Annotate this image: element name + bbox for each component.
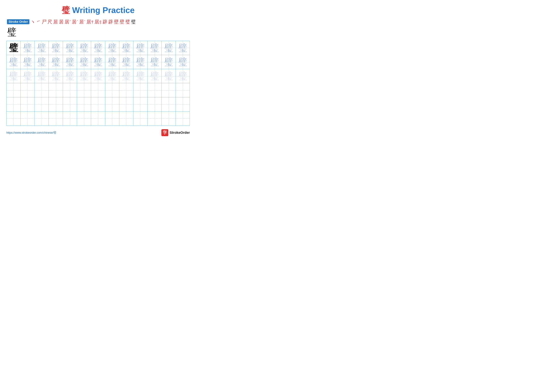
grid-cell-r2-c3: 璧: [35, 55, 49, 69]
grid-row-4: [7, 83, 190, 97]
grid-cell-r6-c8[interactable]: [105, 112, 119, 126]
grid-cell-r4-c2[interactable]: [21, 83, 35, 97]
char-r1-c4: 璧: [51, 43, 60, 52]
title-chinese-char: 璧: [62, 6, 70, 15]
grid-cell-r4-c8[interactable]: [105, 83, 119, 97]
grid-cell-r1-c10: 璧: [133, 41, 147, 55]
char-r3-c1: 璧: [9, 71, 18, 81]
grid-cell-r4-c11[interactable]: [148, 83, 162, 97]
grid-cell-r5-c2[interactable]: [21, 97, 35, 112]
grid-cell-r4-c3[interactable]: [35, 83, 49, 97]
footer-url[interactable]: https://www.strokeorder.com/chinese/璧: [6, 131, 56, 135]
grid-cell-r6-c3[interactable]: [35, 112, 49, 126]
grid-cell-r2-c1: 璧: [7, 55, 21, 69]
grid-cell-r1-c7: 璧: [91, 41, 105, 55]
grid-cell-r5-c3[interactable]: [35, 97, 49, 112]
char-r1-c3: 璧: [37, 43, 46, 52]
grid-cell-r6-c13[interactable]: [176, 112, 190, 126]
grid-cell-r3-c2: 璧: [21, 69, 35, 83]
grid-cell-r3-c13: 璧: [176, 69, 190, 83]
footer-brand-name: StrokeOrder: [170, 131, 190, 135]
grid-cell-r6-c4[interactable]: [49, 112, 63, 126]
grid-cell-r1-c2: 璧: [21, 41, 35, 55]
grid-row-1: 璧 璧 璧 璧 璧 璧 璧 璧 璧 璧 璧 璧: [7, 41, 190, 55]
grid-cell-r4-c12[interactable]: [162, 83, 176, 97]
footer-brand: 字 StrokeOrder: [161, 129, 190, 136]
char-r3-c2: 璧: [23, 71, 32, 81]
grid-cell-r5-c9[interactable]: [119, 97, 133, 112]
grid-cell-r3-c7: 璧: [91, 69, 105, 83]
grid-cell-r6-c2[interactable]: [21, 112, 35, 126]
stroke-15: 壁: [120, 20, 124, 24]
grid-cell-r2-c4: 璧: [49, 55, 63, 69]
grid-cell-r6-c5[interactable]: [63, 112, 77, 126]
char-r1-c5: 璧: [65, 43, 74, 52]
grid-cell-r4-c5[interactable]: [63, 83, 77, 97]
grid-cell-r4-c1[interactable]: [7, 83, 21, 97]
char-r3-c10: 璧: [136, 71, 145, 81]
grid-cell-r4-c10[interactable]: [133, 83, 147, 97]
char-r2-c12: 璧: [164, 57, 173, 67]
grid-cell-r1-c11: 璧: [148, 41, 162, 55]
grid-cell-r5-c4[interactable]: [49, 97, 63, 112]
grid-cell-r6-c7[interactable]: [91, 112, 105, 126]
footer-logo: 字: [161, 129, 168, 136]
grid-cell-r1-c13: 璧: [176, 41, 190, 55]
grid-cell-r6-c9[interactable]: [119, 112, 133, 126]
stroke-7: 居`: [65, 20, 71, 24]
grid-cell-r6-c10[interactable]: [133, 112, 147, 126]
char-r2-c7: 璧: [94, 57, 103, 67]
grid-cell-r3-c4: 璧: [49, 69, 63, 83]
stroke-3: 尸: [42, 20, 46, 24]
char-r2-c10: 璧: [136, 57, 145, 67]
char-r3-c13: 璧: [178, 71, 187, 81]
title-english: Writing Practice: [70, 6, 134, 15]
stroke-9: 居˙: [79, 20, 85, 24]
grid-cell-r5-c11[interactable]: [148, 97, 162, 112]
grid-cell-r5-c10[interactable]: [133, 97, 147, 112]
grid-cell-r4-c4[interactable]: [49, 83, 63, 97]
stroke-10: 居†: [86, 20, 94, 24]
grid-cell-r3-c8: 璧: [105, 69, 119, 83]
grid-row-2: 璧 璧 璧 璧 璧 璧 璧 璧 璧 璧 璧 璧: [7, 55, 190, 69]
grid-cell-r4-c6[interactable]: [77, 83, 91, 97]
grid-cell-r1-c12: 璧: [162, 41, 176, 55]
stroke-13: 辟: [108, 20, 113, 24]
grid-cell-r6-c1[interactable]: [7, 112, 21, 126]
grid-cell-r2-c6: 璧: [77, 55, 91, 69]
char-r2-c9: 璧: [122, 57, 131, 67]
grid-cell-r5-c5[interactable]: [63, 97, 77, 112]
grid-cell-r5-c6[interactable]: [77, 97, 91, 112]
grid-cell-r5-c13[interactable]: [176, 97, 190, 112]
grid-cell-r3-c10: 璧: [133, 69, 147, 83]
char-r1-c12: 璧: [164, 43, 173, 52]
grid-cell-r2-c8: 璧: [105, 55, 119, 69]
char-r1-c11: 璧: [150, 43, 159, 52]
grid-cell-r4-c9[interactable]: [119, 83, 133, 97]
grid-cell-r6-c6[interactable]: [77, 112, 91, 126]
grid-cell-r6-c11[interactable]: [148, 112, 162, 126]
grid-cell-r1-c3: 璧: [35, 41, 49, 55]
footer-logo-char: 字: [163, 130, 167, 135]
grid-cell-r5-c8[interactable]: [105, 97, 119, 112]
char-r3-c11: 璧: [150, 71, 159, 81]
char-r1-c10: 璧: [136, 43, 145, 52]
char-r1-c9: 璧: [122, 43, 131, 52]
grid-cell-r3-c1: 璧: [7, 69, 21, 83]
stroke-14: 壁: [114, 20, 119, 24]
grid-cell-r1-c4: 璧: [49, 41, 63, 55]
grid-cell-r4-c7[interactable]: [91, 83, 105, 97]
grid-cell-r4-c13[interactable]: [176, 83, 190, 97]
grid-cell-r6-c12[interactable]: [162, 112, 176, 126]
grid-cell-r2-c13: 璧: [176, 55, 190, 69]
grid-cell-r5-c1[interactable]: [7, 97, 21, 112]
practice-grid: 璧 璧 璧 璧 璧 璧 璧 璧 璧 璧 璧 璧: [6, 41, 190, 126]
char-r3-c7: 璧: [94, 71, 103, 81]
grid-cell-r1-c5: 璧: [63, 41, 77, 55]
grid-cell-r2-c5: 璧: [63, 55, 77, 69]
grid-cell-r2-c7: 璧: [91, 55, 105, 69]
page-title: 璧 Writing Practice: [62, 6, 134, 15]
stroke-17-final: 璧: [131, 20, 136, 24]
grid-cell-r5-c7[interactable]: [91, 97, 105, 112]
grid-cell-r5-c12[interactable]: [162, 97, 176, 112]
